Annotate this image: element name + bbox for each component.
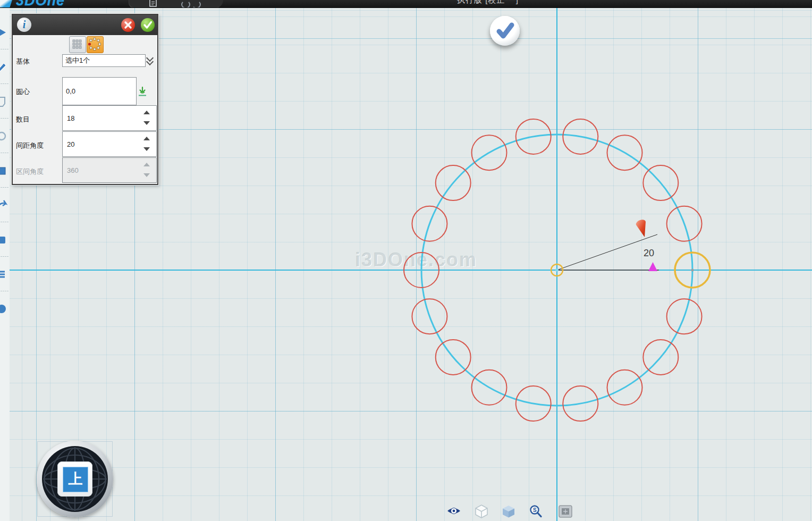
blue-check-icon: [490, 16, 520, 46]
check-icon: [141, 18, 155, 32]
base-label: 基体: [16, 57, 30, 66]
sidebar-tool-icon[interactable]: [0, 268, 10, 281]
apply-confirm-button[interactable]: [490, 16, 520, 46]
sidebar-tool-icon[interactable]: [0, 27, 10, 39]
step-angle-decrement-button[interactable]: [141, 145, 152, 154]
shaded-cube-icon[interactable]: [501, 504, 516, 519]
range-angle-input: [63, 158, 142, 182]
left-tool-sidebar: [0, 7, 10, 521]
sidebar-separator: [1, 222, 9, 222]
angle-dimension-label: 20: [644, 248, 654, 259]
sidebar-tool-icon[interactable]: [0, 199, 10, 212]
close-icon: [121, 18, 135, 32]
count-input[interactable]: [63, 106, 142, 130]
dialog-titlebar[interactable]: i: [13, 15, 157, 35]
sidebar-separator: [1, 256, 9, 257]
step-angle-input[interactable]: [63, 132, 142, 156]
count-spinbox: [62, 105, 157, 131]
confirm-button[interactable]: [141, 18, 155, 32]
sidebar-tool-icon[interactable]: [0, 96, 10, 108]
center-point-input[interactable]: [62, 77, 137, 105]
count-increment-button[interactable]: [141, 108, 152, 117]
count-label: 数目: [16, 115, 30, 124]
angle-drag-cone[interactable]: [636, 220, 646, 237]
angle-lead-line: [557, 234, 657, 270]
sidebar-separator: [1, 291, 9, 291]
view-navigator[interactable]: 上: [37, 441, 113, 517]
quick-access-toolbar: [129, 0, 223, 8]
center-label: 圆心: [16, 87, 30, 97]
top-title-bar: 3DOne 执行版 [校正***]: [0, 0, 812, 8]
app-logo-mark: [0, 0, 13, 8]
step-angle-label: 间距角度: [16, 141, 44, 150]
svg-text:S: S: [533, 507, 537, 513]
redo-icon[interactable]: [192, 1, 201, 8]
view-navigator-sphere[interactable]: 上: [42, 446, 108, 512]
sidebar-separator: [1, 187, 9, 188]
app-window: { "app": { "logo_text": "3DOne", "window…: [0, 0, 812, 521]
undo-icon[interactable]: [181, 1, 190, 8]
count-decrement-button[interactable]: [141, 119, 152, 128]
step-angle-spinbox: [62, 131, 157, 157]
pick-point-icon[interactable]: [137, 85, 148, 98]
app-logo: 3DOne: [16, 0, 65, 8]
document-icon[interactable]: [148, 0, 158, 7]
viewcube-face[interactable]: 上: [57, 461, 92, 497]
sidebar-tool-icon[interactable]: [0, 234, 10, 247]
linear-pattern-button[interactable]: [69, 36, 86, 53]
selected-item-center-dot: [691, 269, 694, 272]
sidebar-tool-icon[interactable]: [0, 130, 10, 143]
circular-pattern-button[interactable]: [87, 36, 104, 53]
sidebar-separator: [1, 83, 9, 84]
base-select[interactable]: 选中1个: [62, 54, 146, 67]
linear-pattern-icon: [70, 37, 84, 52]
sidebar-separator: [1, 118, 9, 119]
dimension-arrow[interactable]: [648, 262, 657, 271]
pattern-center-dot: [555, 268, 559, 272]
range-angle-increment-button: [141, 161, 152, 169]
chevron-double-down-icon[interactable]: [146, 55, 154, 65]
circular-pattern-dialog: i: [12, 14, 158, 185]
range-angle-spinbox: [62, 157, 157, 183]
range-angle-decrement-button: [141, 171, 152, 180]
cancel-button[interactable]: [121, 18, 135, 32]
sidebar-separator: [1, 49, 9, 49]
sidebar-tool-icon[interactable]: [0, 303, 10, 316]
wireframe-cube-icon[interactable]: [474, 504, 489, 519]
circular-pattern-icon: [87, 37, 102, 52]
sidebar-tool-icon[interactable]: [0, 61, 10, 74]
range-angle-label: 区间角度: [16, 167, 44, 177]
zoom-magnifier-icon[interactable]: S: [528, 504, 543, 519]
visibility-eye-icon[interactable]: [446, 504, 461, 519]
viewcube-top-face[interactable]: 上: [63, 467, 88, 492]
sidebar-separator: [1, 153, 9, 153]
viewport-frame-icon[interactable]: [558, 504, 573, 519]
sidebar-tool-icon[interactable]: [0, 165, 10, 178]
window-title: 执行版 [校正***]: [457, 0, 595, 5]
info-icon[interactable]: i: [17, 18, 31, 32]
step-angle-increment-button[interactable]: [141, 135, 152, 143]
